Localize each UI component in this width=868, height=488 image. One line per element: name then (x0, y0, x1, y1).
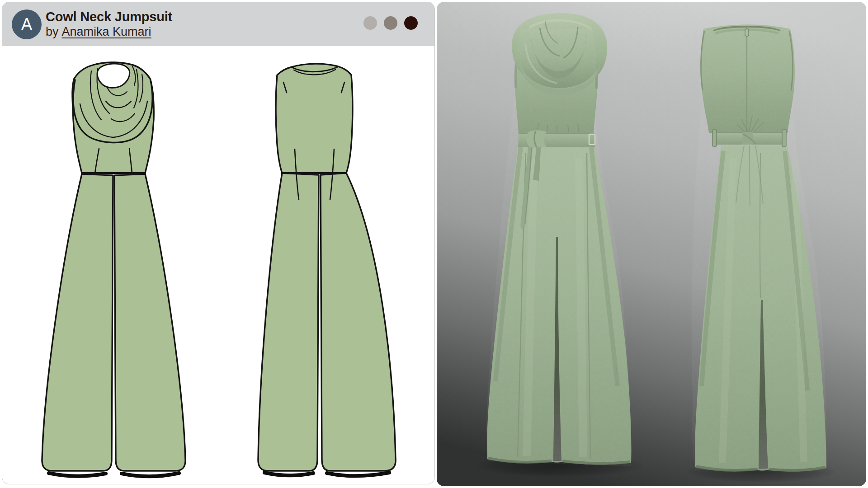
byline-prefix: by (46, 25, 59, 38)
byline: byAnamika Kumari (46, 24, 172, 39)
flat-sketch-svg (2, 46, 435, 484)
swatch-warm-taupe[interactable] (384, 16, 397, 30)
page-title: Cowl Neck Jumpsuit (46, 9, 172, 24)
product-photo-svg (437, 2, 866, 486)
swatch-dark-espresso[interactable] (404, 16, 418, 30)
card-header: A Cowl Neck Jumpsuit byAnamika Kumari (2, 2, 434, 46)
page: A Cowl Neck Jumpsuit byAnamika Kumari (0, 0, 868, 488)
flat-sketches (2, 46, 435, 484)
swatch-light-gray[interactable] (363, 16, 377, 30)
flat-back-view (258, 64, 396, 476)
pattern-card: A Cowl Neck Jumpsuit byAnamika Kumari (2, 2, 435, 484)
title-block: Cowl Neck Jumpsuit byAnamika Kumari (46, 9, 172, 39)
author-link[interactable]: Anamika Kumari (62, 25, 151, 38)
avatar-letter: A (21, 15, 32, 34)
avatar[interactable]: A (12, 9, 42, 39)
product-photo-panel (437, 2, 866, 486)
flat-front-view (42, 62, 185, 476)
color-swatches (363, 16, 418, 30)
